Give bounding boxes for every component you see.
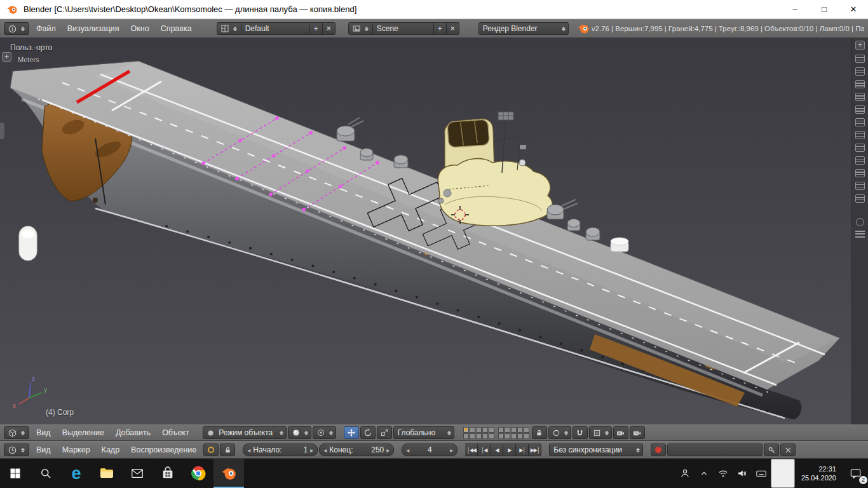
taskbar-blender-button[interactable] [214, 459, 244, 488]
layer-toggle[interactable] [489, 427, 494, 433]
start-button[interactable] [0, 459, 31, 488]
stepper-left-icon[interactable]: ◂ [406, 447, 409, 454]
search-button[interactable] [31, 459, 61, 488]
layer-toggle[interactable] [498, 427, 504, 433]
menu-item[interactable]: Справка [155, 22, 198, 35]
layer-toggle[interactable] [505, 427, 510, 433]
add-scene-button[interactable]: + [434, 22, 447, 35]
playback-button[interactable]: ◀ [491, 444, 503, 456]
tray-keyboard-button[interactable] [752, 459, 771, 488]
menu-item[interactable]: Файл [31, 22, 62, 35]
browse-layouts-button[interactable] [217, 22, 241, 35]
close-button[interactable]: ✕ [839, 0, 868, 18]
layer-toggle[interactable] [517, 427, 523, 433]
playback-button[interactable]: ▶ [503, 444, 516, 456]
pivot-center-dropdown[interactable] [313, 426, 336, 439]
lock-to-scene-toggle[interactable] [532, 426, 547, 439]
tray-user-button[interactable] [675, 459, 695, 488]
snap-element-dropdown[interactable] [589, 426, 612, 439]
language-indicator[interactable]: РУС [771, 459, 795, 488]
outliner-item-icon[interactable] [855, 55, 865, 63]
taskbar-edge-button[interactable]: e [61, 459, 92, 488]
region-splitter-handle[interactable] [0, 123, 4, 139]
transform-orientation-dropdown[interactable]: Глобально [393, 426, 454, 439]
frame-start-field[interactable]: ◂ Начало: 1 ▸ [243, 444, 318, 456]
menu-item[interactable]: Добавить [110, 426, 156, 439]
layer-toggle[interactable] [517, 433, 523, 439]
layer-toggle[interactable] [482, 427, 488, 433]
expand-toolshelf-button[interactable]: + [2, 52, 11, 62]
taskbar-chrome-button[interactable] [183, 459, 214, 488]
editor-type-button-timeline[interactable] [4, 444, 29, 456]
expand-properties-button[interactable]: + [855, 41, 865, 50]
layer-toggle[interactable] [482, 433, 488, 439]
tray-volume-button[interactable] [733, 459, 752, 488]
outliner-item-icon[interactable] [855, 67, 865, 76]
browse-scenes-button[interactable] [348, 22, 373, 35]
render-engine-dropdown[interactable]: Рендер Blender [478, 22, 569, 35]
taskbar-explorer-button[interactable] [92, 459, 122, 488]
layer-toggle[interactable] [524, 427, 529, 433]
menu-item[interactable]: Объект [156, 426, 195, 439]
layer-toggle[interactable] [470, 433, 475, 439]
layer-toggle[interactable] [511, 427, 517, 433]
properties-sphere-icon[interactable] [856, 218, 864, 226]
outliner-item-icon[interactable] [855, 144, 865, 152]
manipulator-translate-toggle[interactable] [344, 426, 359, 439]
stepper-right-icon[interactable]: ▸ [386, 447, 390, 454]
layer-toggle[interactable] [470, 427, 475, 433]
menu-item[interactable]: Кадр [96, 444, 125, 456]
current-frame-field[interactable]: ◂ 4 ▸ [402, 444, 458, 456]
menu-item[interactable]: Вид [31, 444, 57, 456]
manipulator-rotate-toggle[interactable] [360, 426, 376, 439]
menu-item[interactable]: Вид [31, 426, 57, 439]
remove-layout-button[interactable]: × [323, 22, 336, 35]
add-layout-button[interactable]: + [310, 22, 323, 35]
menu-item[interactable]: Маркер [57, 444, 96, 456]
outliner-item-icon[interactable] [855, 80, 865, 88]
maximize-button[interactable]: □ [810, 0, 839, 18]
sync-mode-dropdown[interactable]: Без синхронизации [549, 444, 643, 456]
layer-toggle[interactable] [463, 427, 469, 433]
notification-center-button[interactable]: 2 [843, 459, 868, 488]
outliner-item-icon[interactable] [855, 156, 865, 165]
playback-button[interactable]: ▶│ [516, 444, 529, 456]
scene-name-field[interactable]: Scene [373, 22, 434, 35]
playback-button[interactable]: │◀ [478, 444, 491, 456]
stepper-left-icon[interactable]: ◂ [323, 447, 327, 454]
opengl-render-button[interactable] [613, 426, 628, 439]
outliner-item-icon[interactable] [855, 131, 865, 139]
proportional-edit-dropdown[interactable] [548, 426, 571, 439]
editor-type-button-3dview[interactable] [4, 426, 29, 439]
viewport-shading-dropdown[interactable] [288, 426, 311, 439]
record-button[interactable] [651, 444, 666, 456]
stepper-right-icon[interactable]: ▸ [310, 447, 313, 454]
lock-time-toggle[interactable] [220, 444, 235, 456]
outliner-item-icon[interactable] [855, 182, 865, 190]
manipulator-scale-toggle[interactable] [377, 426, 392, 439]
tray-network-button[interactable] [714, 459, 733, 488]
opengl-render-anim-button[interactable] [630, 426, 645, 439]
3d-viewport[interactable]: z y x Польз.-орто Meters (4) Corp + + [0, 38, 868, 424]
editor-type-button-info[interactable] [4, 22, 29, 35]
layer-toggle[interactable] [463, 433, 469, 439]
insert-key-button[interactable] [764, 444, 779, 456]
clock[interactable]: 22:31 25.04.2020 [795, 459, 843, 488]
remove-scene-button[interactable]: × [447, 22, 459, 35]
outliner-item-icon[interactable] [855, 118, 865, 126]
stepper-right-icon[interactable]: ▸ [450, 447, 453, 454]
menu-item[interactable]: Окно [125, 22, 155, 35]
layer-toggle[interactable] [505, 433, 510, 439]
layer-toggle[interactable] [524, 433, 529, 439]
menu-item[interactable]: Воспроизведение [125, 444, 202, 456]
minimize-button[interactable]: – [780, 0, 810, 18]
playback-button[interactable]: ▶▶│ [529, 444, 541, 456]
outliner-item-icon[interactable] [855, 169, 865, 177]
delete-key-button[interactable] [780, 444, 796, 456]
keying-set-field[interactable] [667, 444, 763, 456]
properties-lines-icon[interactable] [855, 231, 865, 238]
snap-toggle[interactable] [573, 426, 588, 439]
frame-end-field[interactable]: ◂ Конец: 250 ▸ [319, 444, 394, 456]
stepper-left-icon[interactable]: ◂ [247, 447, 250, 454]
layer-toggle[interactable] [476, 433, 482, 439]
